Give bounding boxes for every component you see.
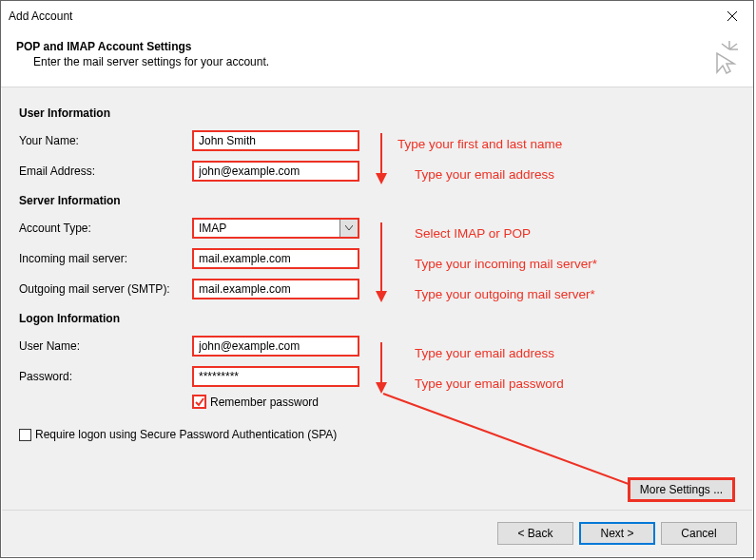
user-name-input[interactable] [192, 336, 359, 357]
label-user-name: User Name: [19, 339, 192, 353]
remember-password-row: Remember password [192, 395, 742, 409]
label-password: Password: [19, 370, 192, 383]
cursor-sparkle-icon [706, 36, 744, 77]
remember-password-label: Remember password [210, 396, 319, 409]
remember-password-checkbox[interactable] [192, 395, 206, 409]
section-server-info: Server Information [19, 194, 742, 207]
close-icon [727, 11, 737, 21]
back-button[interactable]: < Back [497, 522, 573, 545]
annot-user-name: Type your email address [415, 346, 554, 360]
dropdown-button[interactable] [339, 220, 358, 237]
page-title: POP and IMAP Account Settings [16, 40, 742, 53]
annot-account-type: Select IMAP or POP [415, 226, 531, 241]
section-logon-info: Logon Information [19, 312, 742, 325]
form-area: User Information Your Name: Type your fi… [19, 106, 742, 441]
your-name-input[interactable] [192, 130, 359, 151]
label-incoming: Incoming mail server: [19, 252, 192, 265]
account-type-dropdown[interactable]: IMAP [192, 218, 359, 239]
more-settings-label: More Settings ... [640, 483, 723, 496]
separator [2, 510, 752, 511]
outgoing-server-input[interactable] [192, 279, 359, 299]
incoming-server-input[interactable] [192, 248, 359, 269]
spa-checkbox[interactable] [19, 429, 31, 441]
cancel-button[interactable]: Cancel [661, 522, 737, 545]
next-button[interactable]: Next > [579, 522, 655, 545]
label-outgoing: Outgoing mail server (SMTP): [19, 282, 192, 296]
spa-label: Require logon using Secure Password Auth… [35, 428, 337, 441]
add-account-window: { "window": { "title": "Add Account" }, … [0, 0, 754, 558]
annot-your-name: Type your first and last name [397, 137, 562, 151]
label-email: Email Address: [19, 164, 192, 178]
spa-row: Require logon using Secure Password Auth… [19, 428, 742, 441]
annot-password: Type your email password [415, 377, 564, 391]
wizard-body: User Information Your Name: Type your fi… [2, 87, 752, 556]
annot-incoming: Type your incoming mail server* [415, 257, 597, 271]
page-subtitle: Enter the mail server settings for your … [33, 55, 742, 68]
chevron-down-icon [345, 225, 353, 231]
section-user-info: User Information [19, 106, 742, 120]
annot-email: Type your email address [415, 167, 554, 182]
next-label: Next > [600, 527, 633, 540]
label-account-type: Account Type: [19, 222, 192, 235]
button-bar: < Back Next > Cancel [497, 522, 737, 545]
annot-outgoing: Type your outgoing mail server* [415, 287, 595, 301]
password-input[interactable] [192, 366, 359, 387]
window-title: Add Account [9, 10, 72, 23]
close-button[interactable] [710, 1, 753, 30]
back-label: < Back [517, 527, 552, 540]
cancel-label: Cancel [681, 527, 716, 540]
account-type-value: IMAP [199, 222, 226, 235]
email-input[interactable] [192, 161, 359, 182]
wizard-header: POP and IMAP Account Settings Enter the … [1, 30, 753, 87]
checkmark-icon [195, 397, 204, 407]
titlebar: Add Account [1, 1, 753, 30]
more-settings-button[interactable]: More Settings ... [628, 477, 735, 502]
label-your-name: Your Name: [19, 134, 192, 147]
